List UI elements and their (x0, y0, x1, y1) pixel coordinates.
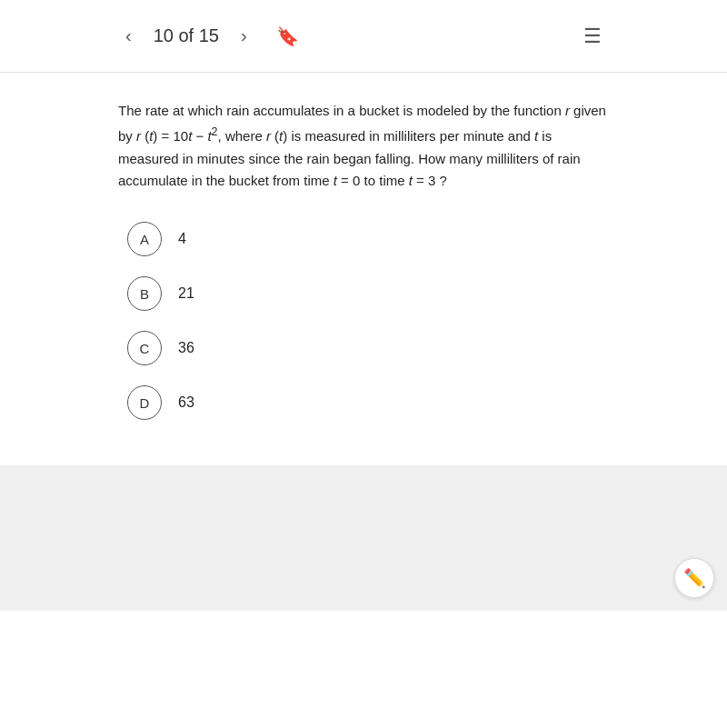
chevron-left-icon: ‹ (125, 25, 132, 46)
hamburger-icon: ☰ (583, 25, 602, 47)
question-text: The rate at which rain accumulates in a … (118, 100, 609, 193)
option-d-row[interactable]: D 63 (127, 385, 609, 420)
option-c-value: 36 (178, 340, 194, 356)
var-r: r (565, 103, 570, 118)
option-b-value: 21 (178, 285, 194, 302)
options-list: A 4 B 21 C 36 D 63 (127, 222, 609, 420)
menu-button[interactable]: ☰ (576, 17, 609, 55)
option-c-row[interactable]: C 36 (127, 331, 609, 365)
option-c-label: C (140, 341, 150, 356)
option-d-label: D (140, 395, 150, 411)
chevron-right-icon: › (241, 25, 247, 46)
next-button[interactable]: › (234, 18, 254, 54)
option-a-circle[interactable]: A (127, 222, 162, 256)
option-b-row[interactable]: B 21 (127, 276, 609, 311)
pencil-button[interactable]: ✏️ (674, 558, 714, 598)
option-a-label: A (140, 232, 149, 247)
option-a-row[interactable]: A 4 (127, 222, 609, 256)
option-b-label: B (140, 286, 149, 302)
bookmark-button[interactable]: 🔖 (269, 18, 306, 55)
pencil-icon: ✏️ (683, 567, 706, 589)
option-d-value: 63 (178, 394, 194, 411)
option-d-circle[interactable]: D (127, 385, 162, 420)
option-a-value: 4 (178, 231, 186, 247)
function-formula: r (136, 128, 141, 144)
scratch-pad-area: ✏️ (0, 465, 727, 611)
option-c-circle[interactable]: C (127, 331, 162, 365)
navigation-bar: ‹ 10 of 15 › 🔖 ☰ (0, 0, 727, 73)
question-counter: 10 of 15 (154, 25, 219, 46)
question-content: The rate at which rain accumulates in a … (0, 73, 727, 438)
option-b-circle[interactable]: B (127, 276, 162, 311)
bookmark-icon: 🔖 (276, 26, 299, 46)
prev-button[interactable]: ‹ (118, 18, 139, 54)
